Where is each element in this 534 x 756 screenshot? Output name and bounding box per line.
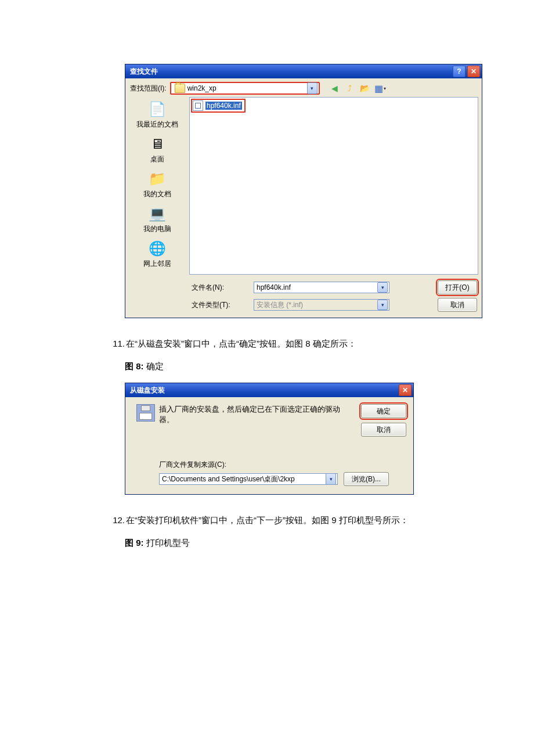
folder-icon	[175, 84, 185, 93]
look-in-label: 查找范围(I):	[130, 84, 167, 93]
up-folder-icon[interactable]: ⤴	[344, 82, 356, 94]
new-folder-icon[interactable]: 📂	[359, 82, 371, 94]
desktop-icon: 🖥	[147, 134, 167, 154]
place-network[interactable]: 🌐 网上邻居	[125, 237, 189, 271]
filename-value: hpf640k.inf	[257, 283, 377, 291]
step-12: 12. 在“安装打印机软件”窗口中，点击“下一步”按钮。如图 9 打印机型号所示…	[110, 513, 534, 527]
dialog-title: 查找文件	[130, 67, 158, 77]
filename-label: 文件名(N):	[130, 283, 247, 293]
filetype-label: 文件类型(T):	[130, 300, 247, 310]
inf-file-icon	[193, 100, 203, 111]
source-path-value: C:\Documents and Settings\user\桌面\2kxp	[162, 474, 326, 484]
browse-button[interactable]: 浏览(B)...	[344, 472, 389, 486]
cancel-button[interactable]: 取消	[438, 298, 477, 312]
places-bar: 📄 我最近的文档 🖥 桌面 📁 我的文档 💻 我的电脑 🌐 网上邻	[125, 97, 189, 275]
file-name: hpf640k.inf	[205, 102, 242, 110]
look-in-value: win2k_xp	[187, 84, 307, 92]
source-path-combo[interactable]: C:\Documents and Settings\user\桌面\2kxp ▾	[159, 473, 338, 485]
look-in-row: 查找范围(I): win2k_xp ▾ ◀ ⤴ 📂 ▦▾	[125, 78, 482, 97]
install-from-disk-dialog: 从磁盘安装 ✕ 插入厂商的安装盘，然后确定已在下面选定正确的驱动器。 确定 取消…	[125, 383, 414, 495]
back-icon[interactable]: ◀	[329, 82, 341, 94]
file-list-item-selected[interactable]: hpf640k.inf	[191, 99, 246, 113]
filetype-combo[interactable]: 安装信息 (*.inf) ▾	[254, 299, 389, 311]
look-in-combo[interactable]: win2k_xp ▾	[170, 82, 320, 95]
dialog-message: 插入厂商的安装盘，然后确定已在下面选定正确的驱动器。	[159, 404, 359, 437]
source-label: 厂商文件复制来源(C):	[159, 460, 406, 470]
place-desktop[interactable]: 🖥 桌面	[125, 133, 189, 167]
open-button[interactable]: 打开(O)	[438, 280, 477, 294]
figure-8-caption: 图 8: 确定	[125, 361, 534, 372]
titlebar[interactable]: 查找文件 ? ✕	[125, 64, 482, 78]
ok-button[interactable]: 确定	[361, 404, 406, 418]
recent-docs-icon: 📄	[147, 99, 167, 119]
view-menu-icon[interactable]: ▦▾	[374, 82, 386, 94]
step-text: 在“安装打印机软件”窗口中，点击“下一步”按钮。如图 9 打印机型号所示：	[126, 513, 534, 527]
close-icon[interactable]: ✕	[467, 66, 480, 77]
my-computer-icon: 💻	[147, 204, 167, 224]
find-file-dialog: 查找文件 ? ✕ 查找范围(I): win2k_xp ▾ ◀ ⤴ 📂 ▦▾ 📄	[125, 64, 482, 318]
file-list[interactable]: hpf640k.inf	[189, 97, 478, 275]
chevron-down-icon[interactable]: ▾	[377, 282, 388, 293]
step-11: 11. 在“从磁盘安装”窗口中，点击“确定”按钮。如图 8 确定所示：	[110, 337, 534, 351]
dialog-title: 从磁盘安装	[130, 386, 165, 395]
floppy-disk-icon	[136, 404, 155, 422]
chevron-down-icon[interactable]: ▾	[377, 300, 388, 310]
cancel-button[interactable]: 取消	[361, 423, 406, 437]
close-icon[interactable]: ✕	[399, 384, 412, 396]
step-number: 12.	[110, 513, 125, 527]
filetype-value: 安装信息 (*.inf)	[257, 300, 377, 310]
chevron-down-icon[interactable]: ▾	[307, 82, 317, 94]
place-documents[interactable]: 📁 我的文档	[125, 168, 189, 201]
help-icon[interactable]: ?	[453, 66, 466, 77]
my-documents-icon: 📁	[147, 169, 167, 189]
network-places-icon: 🌐	[147, 239, 167, 258]
filename-combo[interactable]: hpf640k.inf ▾	[254, 282, 389, 293]
step-number: 11.	[110, 337, 125, 351]
place-recent[interactable]: 📄 我最近的文档	[125, 98, 189, 132]
step-text: 在“从磁盘安装”窗口中，点击“确定”按钮。如图 8 确定所示：	[126, 337, 534, 351]
titlebar[interactable]: 从磁盘安装 ✕	[125, 383, 413, 397]
figure-9-caption: 图 9: 打印机型号	[125, 538, 534, 549]
chevron-down-icon[interactable]: ▾	[326, 473, 336, 485]
place-computer[interactable]: 💻 我的电脑	[125, 203, 189, 236]
